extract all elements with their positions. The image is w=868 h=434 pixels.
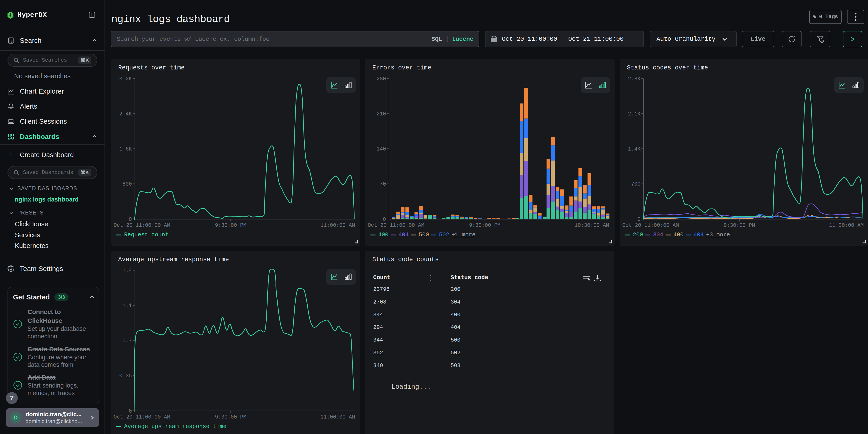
svg-text:0.7: 0.7 [123,338,132,344]
svg-text:140: 140 [377,146,386,152]
svg-text:210: 210 [377,111,386,117]
svg-text:1.6K: 1.6K [119,146,132,152]
svg-text:3.2K: 3.2K [119,76,132,82]
svg-text:0: 0 [637,217,641,222]
svg-text:1.4: 1.4 [123,268,132,274]
svg-text:9:30:00 PM: 9:30:00 PM [215,414,246,420]
svg-text:0: 0 [129,408,132,414]
svg-text:9:30:00 PM: 9:30:00 PM [215,222,246,228]
svg-text:2.4K: 2.4K [119,111,132,117]
svg-text:0.35: 0.35 [119,373,132,379]
svg-text:10:30:00 AM: 10:30:00 AM [575,222,609,228]
svg-text:Oct 20 11:00:00 AM: Oct 20 11:00:00 AM [368,222,424,228]
svg-text:0: 0 [383,217,386,222]
svg-text:11:00:00 AM: 11:00:00 AM [320,222,355,228]
svg-text:1.1: 1.1 [123,303,132,309]
svg-text:800: 800 [123,181,132,187]
svg-text:70: 70 [379,181,386,187]
svg-text:Oct 20 11:00:00 AM: Oct 20 11:00:00 AM [622,222,679,228]
svg-text:700: 700 [631,181,641,187]
svg-text:11:00:00 AM: 11:00:00 AM [829,222,864,228]
svg-text:1.4K: 1.4K [628,146,641,152]
svg-text:Oct 20 11:00:00 AM: Oct 20 11:00:00 AM [114,222,170,228]
svg-text:Oct 20 11:00:00 AM: Oct 20 11:00:00 AM [114,414,170,420]
svg-text:0: 0 [129,217,132,222]
svg-text:9:30:00 PM: 9:30:00 PM [724,222,755,228]
svg-text:280: 280 [377,76,386,82]
svg-text:2.1K: 2.1K [628,111,641,117]
svg-text:2.8K: 2.8K [628,76,641,82]
svg-text:9:30:00 PM: 9:30:00 PM [469,222,500,228]
svg-text:11:00:00 AM: 11:00:00 AM [320,414,355,420]
